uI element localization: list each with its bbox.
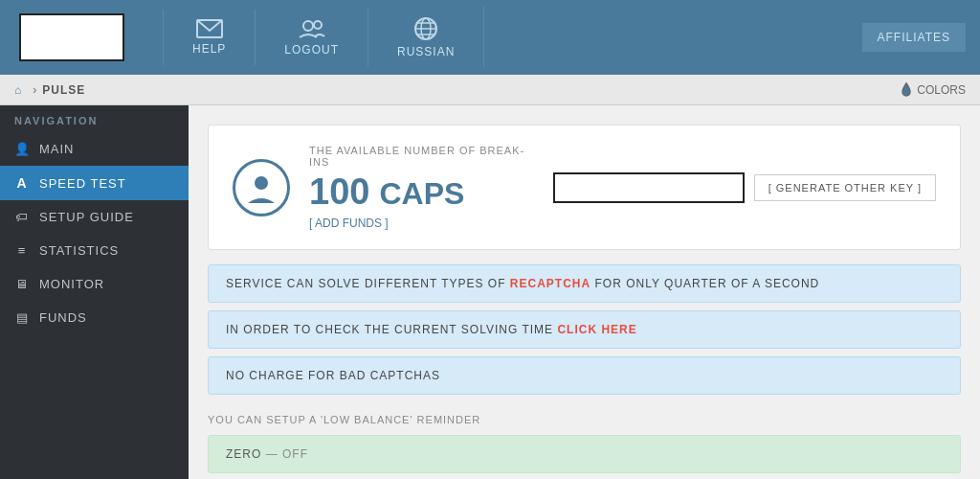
info-box-solving-time: IN ORDER TO CHECK THE CURRENT SOLVING TI…: [208, 310, 961, 349]
monitor-icon: 🖥: [14, 277, 30, 291]
sidebar-heading: Navigation: [0, 105, 189, 132]
user-avatar-icon: [244, 171, 278, 205]
balance-status-prefix: ZERO: [226, 447, 261, 461]
russian-label: RUSSIAN: [397, 45, 455, 58]
sidebar-item-speed-test[interactable]: A SPEED TEST: [0, 166, 189, 200]
logout-nav-item[interactable]: LOGOUT: [256, 9, 368, 66]
home-icon: ⌂: [14, 83, 21, 97]
affiliates-button[interactable]: AFFILIATES: [862, 23, 966, 52]
info-box-2-before: IN ORDER TO CHECK THE CURRENT SOLVING TI…: [226, 323, 557, 336]
info-box-recaptcha: SERVICE CAN SOLVE DIFFERENT TYPES OF REC…: [208, 264, 961, 303]
top-navigation: HELP LOGOUT RUSSIAN: [163, 7, 484, 68]
sidebar-item-monitor-label: MONITOR: [39, 277, 104, 291]
caps-word: CAPS: [379, 176, 464, 212]
speed-icon: A: [14, 175, 30, 191]
caps-info: THE AVAILABLE NUMBER OF BREAK-INS 100 CA…: [309, 145, 534, 230]
mail-icon: [196, 19, 223, 38]
caps-value: 100 CAPS: [309, 171, 534, 213]
stack-icon: ▤: [14, 310, 30, 325]
droplet-icon: [901, 82, 912, 98]
sidebar-item-speed-test-label: SPEED TEST: [39, 176, 126, 191]
caps-label: THE AVAILABLE NUMBER OF BREAK-INS: [309, 145, 534, 168]
sidebar-item-setup-guide-label: SETUP GUIDE: [39, 210, 134, 224]
colors-button[interactable]: COLORS: [901, 82, 966, 98]
info-box-no-charge: NO CHARGE FOR BAD CAPTCHAS: [208, 356, 961, 395]
key-area: [ GENERATE OTHER KEY ]: [553, 172, 936, 203]
info-box-1-highlight: RECAPTCHA: [510, 277, 590, 290]
russian-nav-item[interactable]: RUSSIAN: [368, 7, 484, 68]
sidebar-item-statistics[interactable]: ≡ STATISTICS: [0, 234, 189, 267]
generate-key-button[interactable]: [ GENERATE OTHER KEY ]: [754, 174, 936, 201]
sidebar-item-setup-guide[interactable]: 🏷 SETUP GUIDE: [0, 200, 189, 234]
colors-label: COLORS: [917, 83, 966, 97]
list-icon: ≡: [14, 243, 30, 258]
tag-icon: 🏷: [14, 210, 30, 224]
svg-point-2: [314, 21, 322, 29]
help-label: HELP: [192, 42, 226, 56]
avatar-circle: [233, 159, 290, 217]
info-box-1-after: FOR ONLY QUARTER OF A SECOND: [590, 277, 819, 290]
balance-status: ZERO — OFF: [208, 435, 961, 473]
svg-point-8: [255, 176, 268, 190]
breadcrumb-current: PULSE: [42, 83, 85, 97]
content-inner: THE AVAILABLE NUMBER OF BREAK-INS 100 CA…: [189, 105, 980, 479]
caps-count: 100: [309, 171, 369, 213]
logout-label: LOGOUT: [284, 43, 339, 57]
info-box-2-highlight[interactable]: CLICK HERE: [557, 323, 636, 336]
sidebar-item-statistics-label: STATISTICS: [39, 243, 119, 258]
key-input[interactable]: [553, 172, 745, 203]
info-card: THE AVAILABLE NUMBER OF BREAK-INS 100 CA…: [208, 125, 961, 250]
sidebar-item-funds-label: FUNDS: [39, 310, 87, 325]
sub-header: ⌂ › PULSE COLORS: [0, 75, 980, 105]
globe-icon: [413, 16, 438, 41]
info-box-3-text: NO CHARGE FOR BAD CAPTCHAS: [226, 369, 440, 382]
sidebar-item-main-label: MAIN: [39, 142, 75, 156]
breadcrumb-separator: ›: [33, 83, 36, 97]
top-bar: HELP LOGOUT RUSSIAN AFFILIATES: [0, 0, 980, 75]
balance-status-suffix: — OFF: [266, 447, 308, 461]
add-funds-link[interactable]: [ ADD FUNDS ]: [309, 217, 534, 230]
info-box-1-before: SERVICE CAN SOLVE DIFFERENT TYPES OF: [226, 277, 510, 290]
low-balance-label: YOU CAN SETUP A 'LOW BALANCE' REMINDER: [208, 414, 961, 425]
sidebar-item-funds[interactable]: ▤ FUNDS: [0, 301, 189, 334]
sidebar: Navigation 👤 MAIN A SPEED TEST 🏷 SETUP G…: [0, 105, 189, 479]
sidebar-item-monitor[interactable]: 🖥 MONITOR: [0, 267, 189, 301]
person-icon: 👤: [14, 142, 30, 156]
sidebar-item-main[interactable]: 👤 MAIN: [0, 132, 189, 166]
main-layout: Navigation 👤 MAIN A SPEED TEST 🏷 SETUP G…: [0, 105, 980, 479]
logo: [19, 13, 124, 61]
content-area: THE AVAILABLE NUMBER OF BREAK-INS 100 CA…: [189, 105, 980, 479]
svg-point-1: [303, 21, 313, 31]
user-group-icon: [298, 18, 326, 39]
help-nav-item[interactable]: HELP: [163, 10, 256, 65]
